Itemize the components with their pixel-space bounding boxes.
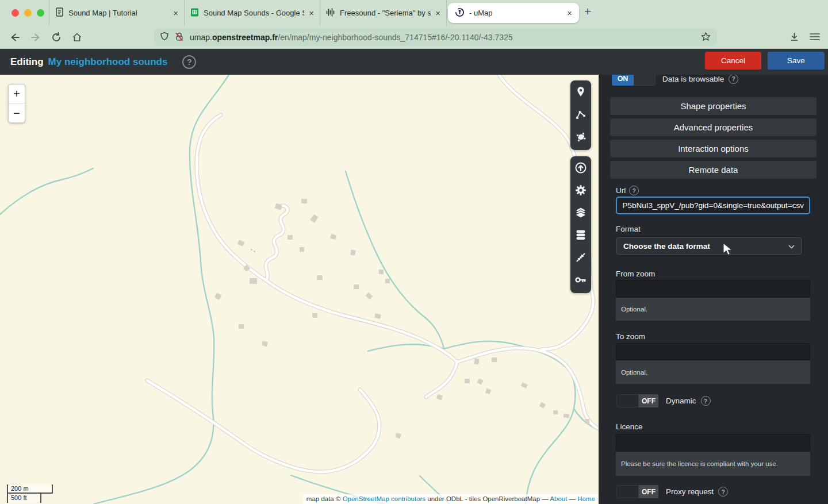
draw-polygon-button[interactable]	[570, 126, 591, 149]
licence-input[interactable]	[616, 434, 810, 452]
zoom-in-button[interactable]: +	[9, 84, 25, 103]
import-data-button[interactable]	[570, 157, 591, 180]
osm-contributors-link[interactable]: OpenStreetMap contributors	[343, 495, 425, 502]
tab-umap-active[interactable]: - uMap ×	[448, 3, 579, 23]
key-icon	[574, 275, 587, 287]
licence-label-row: Licence	[616, 422, 643, 431]
format-selected-value: Choose the data format	[623, 242, 710, 251]
insecure-lock-icon[interactable]	[175, 32, 184, 44]
accordion-interaction-options[interactable]: Interaction options	[610, 140, 816, 157]
toggle-off-segment	[634, 75, 656, 86]
map-attribution: map data © OpenStreetMap contributors un…	[303, 494, 599, 504]
polygon-icon	[575, 131, 586, 145]
scale-metric: 200 m	[7, 484, 53, 494]
home-link[interactable]: Home	[577, 495, 595, 502]
remote-url-input[interactable]: P5bNuI3_sppV_/pub?gid=0&single=true&outp…	[616, 197, 810, 214]
draw-polyline-button[interactable]	[570, 104, 591, 126]
browser-toolbar: umap.openstreetmap.fr/en/map/my-neighbor…	[0, 26, 828, 49]
map-canvas[interactable]: + −	[0, 75, 599, 504]
menu-hamburger-icon[interactable]	[810, 33, 820, 43]
attribution-middle: under ODbL - tiles OpenRiverboatMap —	[425, 495, 550, 502]
accordion-list: Shape properties Advanced properties Int…	[610, 97, 816, 182]
proxy-toggle[interactable]: OFF	[616, 485, 658, 498]
window-zoom-button[interactable]	[37, 9, 44, 17]
browsable-row: ON Data is browsable ?	[612, 75, 738, 86]
map-zoom-control: + −	[8, 84, 25, 123]
to-zoom-input[interactable]	[616, 343, 810, 360]
toggle-on-segment: ON	[612, 75, 634, 86]
map-roads	[147, 75, 599, 472]
from-zoom-input[interactable]	[616, 280, 810, 298]
new-tab-button[interactable]: +	[584, 5, 591, 18]
proxy-row: OFF Proxy request ?	[616, 485, 728, 498]
map-buildings	[214, 199, 589, 438]
mouse-cursor	[722, 243, 733, 256]
attribution-prefix: map data ©	[306, 495, 343, 502]
dynamic-label: Dynamic	[666, 397, 696, 405]
shield-icon[interactable]	[160, 32, 169, 43]
to-zoom-label-row: To zoom	[616, 332, 645, 341]
url-text: umap.openstreetmap.fr/en/map/my-neighbor…	[190, 33, 513, 42]
forward-icon[interactable]	[30, 32, 41, 45]
help-icon[interactable]: ?	[182, 55, 196, 69]
dynamic-toggle[interactable]: OFF	[616, 394, 658, 407]
downloads-icon[interactable]	[789, 32, 800, 45]
close-icon[interactable]: ×	[567, 8, 572, 18]
tab-google-sheets[interactable]: Sound Map Sounds - Google Sh ×	[184, 0, 320, 26]
help-icon[interactable]: ?	[701, 396, 711, 406]
browsable-label: Data is browsable	[662, 75, 724, 83]
browsable-toggle[interactable]: ON	[612, 75, 656, 86]
url-label-row: Url ?	[616, 186, 639, 195]
help-icon[interactable]: ?	[718, 487, 728, 497]
url-subdomain: umap.	[190, 33, 212, 42]
layer-edit-panel: ON Data is browsable ? Shape properties …	[599, 75, 828, 504]
toggle-off-segment: OFF	[639, 485, 658, 498]
about-link[interactable]: About	[550, 495, 567, 502]
draw-toolbar	[570, 80, 591, 150]
map-settings-button[interactable]	[570, 180, 591, 202]
upload-icon	[574, 161, 587, 176]
back-icon[interactable]	[9, 32, 21, 45]
zoom-out-button[interactable]: −	[9, 103, 25, 122]
tab-bar: Sound Map | Tutorial × Sound Map Sounds …	[0, 0, 828, 26]
window-close-button[interactable]	[12, 9, 19, 17]
save-button[interactable]: Save	[768, 52, 825, 70]
accordion-remote-data[interactable]: Remote data	[610, 161, 816, 179]
dynamic-row: OFF Dynamic ?	[616, 394, 711, 407]
home-icon[interactable]	[71, 32, 83, 45]
tab-sound-map-tutorial[interactable]: Sound Map | Tutorial ×	[49, 0, 184, 26]
edit-center-button[interactable]	[570, 247, 591, 270]
proxy-label: Proxy request	[666, 487, 714, 496]
licence-help: Please be sure the licence is compliant …	[616, 452, 810, 476]
reload-icon[interactable]	[51, 32, 62, 45]
permissions-key-button[interactable]	[570, 270, 591, 292]
tab-title: Sound Map Sounds - Google Sh	[204, 9, 304, 17]
url-path: /en/map/my-neighborhood-sounds_714715#16…	[278, 33, 512, 42]
url-label: Url	[616, 186, 626, 195]
browse-data-button[interactable]	[570, 225, 591, 247]
map-title[interactable]: My neighborhood sounds	[48, 56, 168, 68]
help-icon[interactable]: ?	[729, 75, 738, 84]
chevron-down-icon	[788, 242, 795, 251]
close-icon[interactable]: ×	[173, 8, 178, 18]
tab-freesound[interactable]: Freesound - "Seriema" by sarala ×	[320, 0, 447, 26]
address-bar[interactable]: umap.openstreetmap.fr/en/map/my-neighbor…	[154, 29, 716, 46]
draw-marker-button[interactable]	[570, 82, 591, 104]
toggle-on-segment	[616, 485, 639, 498]
help-icon[interactable]: ?	[629, 186, 639, 195]
cancel-button[interactable]: Cancel	[705, 52, 761, 70]
waveform-icon	[326, 8, 335, 18]
toggle-off-segment: OFF	[639, 394, 658, 407]
bookmark-star-icon[interactable]	[701, 32, 711, 44]
format-select[interactable]: Choose the data format	[616, 237, 802, 255]
window-minimize-button[interactable]	[24, 9, 32, 17]
close-icon[interactable]: ×	[435, 8, 440, 18]
editing-label: Editing	[10, 56, 44, 68]
accordion-shape-properties[interactable]: Shape properties	[610, 97, 816, 115]
manage-layers-button[interactable]	[570, 202, 591, 225]
tab-title: Sound Map | Tutorial	[68, 9, 168, 17]
accordion-advanced-properties[interactable]: Advanced properties	[610, 118, 816, 136]
document-icon	[55, 7, 64, 18]
close-icon[interactable]: ×	[309, 8, 314, 18]
scale-control: 200 m 500 ft	[7, 484, 53, 503]
